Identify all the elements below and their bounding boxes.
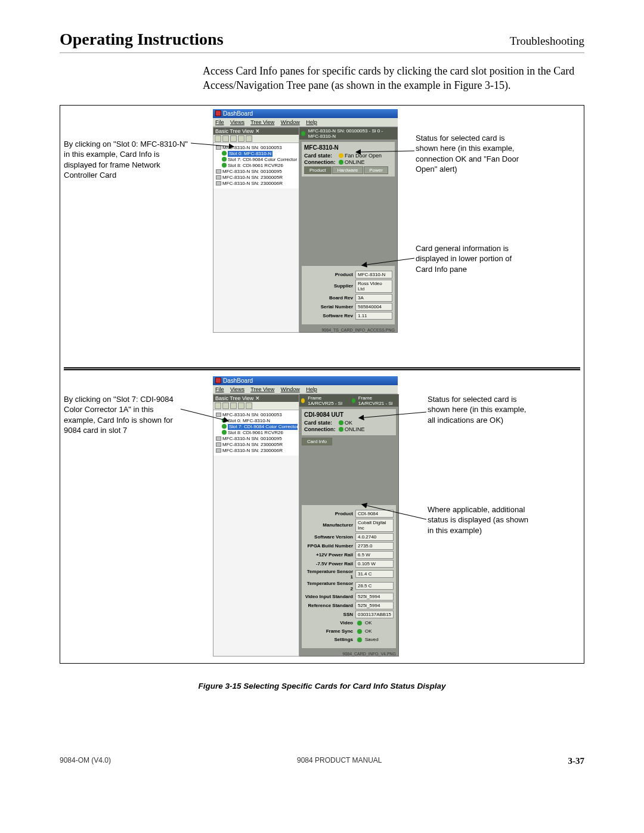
app-title: DashBoard xyxy=(223,110,253,117)
file-tag: 9084_TS_CARD_INFO_ACCESS.PNG xyxy=(299,327,397,332)
toolbar-button[interactable] xyxy=(246,135,252,142)
prop-row: Frame SyncOK xyxy=(304,628,394,635)
toolbar-button[interactable] xyxy=(238,402,244,409)
callout-top-status: Status for selected card is shown here (… xyxy=(416,133,529,175)
prop-value: 4.0.2740 xyxy=(355,533,394,541)
value-connection: ONLINE xyxy=(345,426,365,432)
status-row: Card state:OK xyxy=(304,420,394,426)
label-connection: Connection: xyxy=(304,159,339,165)
tree-node[interactable]: MFC-8310-N SN: 2300006R xyxy=(215,448,298,454)
prop-value: OK xyxy=(355,620,394,627)
app-title: DashBoard xyxy=(223,377,253,384)
menu-bar[interactable]: File Views Tree View Window Help xyxy=(213,118,398,127)
status-dot-icon xyxy=(222,163,227,168)
tree-label: MFC-8310-N SN: 2300005R xyxy=(222,175,283,180)
prop-row: SupplierRoss Video Ltd xyxy=(304,280,392,293)
menu-file[interactable]: File xyxy=(215,119,224,125)
status-title: CDI-9084 UUT xyxy=(304,411,394,418)
bottom-panel: By clicking on "Slot 7: CDI-9084 Color C… xyxy=(64,376,580,659)
toolbar-button[interactable] xyxy=(246,402,252,409)
prop-value: 585840004 xyxy=(355,303,392,311)
tab-label: Frame 1A/RCVR21 - Sl xyxy=(358,395,397,406)
frame-icon xyxy=(216,181,221,185)
tree-node[interactable]: MFC-8310-N SN: 2300005R xyxy=(215,175,298,181)
toolbar-button[interactable] xyxy=(215,135,221,142)
toolbar-button[interactable] xyxy=(230,135,237,142)
tab-power[interactable]: Power xyxy=(364,166,388,174)
tree-node[interactable]: MFC-8310-N SN: 2300006R xyxy=(215,181,298,187)
tree-node[interactable]: MFC-8310-N SN: 00100053 xyxy=(215,412,298,418)
info-pane: MFC-8310-N SN: 00100053 - Sl 0 - MFC-831… xyxy=(299,127,398,333)
menu-help[interactable]: Help xyxy=(306,386,317,392)
menu-views[interactable]: Views xyxy=(230,386,244,392)
tree-node[interactable]: Slot 7: CDI-9084 Color Corrector 1A xyxy=(215,157,298,163)
status-box: CDI-9084 UUT Card state:OK Connection:ON… xyxy=(302,409,396,435)
prop-row: VideoOK xyxy=(304,620,394,627)
tab-hardware[interactable]: Hardware xyxy=(332,166,364,174)
title-bar[interactable]: DashBoard xyxy=(213,109,398,118)
prop-label: Serial Number xyxy=(304,304,355,309)
properties-area: ProductCDI-9084ManufacturerCobalt Digita… xyxy=(302,505,396,648)
prop-row: SettingsSaved xyxy=(304,636,394,643)
prop-label: Temperature Sensor 2 xyxy=(304,581,355,592)
tab-product[interactable]: Product xyxy=(304,166,332,174)
status-dot-icon xyxy=(222,424,227,429)
tree-header: Basic Tree View ✕ xyxy=(213,395,299,402)
prop-label: SSN xyxy=(304,612,355,617)
frame-icon xyxy=(216,436,221,441)
tree-label: MFC-8310-N SN: 00100053 xyxy=(222,412,282,417)
toolbar-button[interactable] xyxy=(230,402,237,409)
tree-label: Slot 0: MFC-8310-N xyxy=(228,151,273,157)
footer-center: 9084 PRODUCT MANUAL xyxy=(297,756,382,766)
menu-window[interactable]: Window xyxy=(281,119,300,125)
value-card-state: Fan Door Open xyxy=(345,153,382,159)
menu-views[interactable]: Views xyxy=(230,119,244,125)
toolbar-button[interactable] xyxy=(238,135,244,142)
tree-label: MFC-8310-N SN: 00100095 xyxy=(222,436,282,441)
tab-card-info[interactable]: Card Info xyxy=(302,438,332,445)
tree-node-selected[interactable]: Slot 0: MFC-8310-N xyxy=(215,151,298,157)
menu-help[interactable]: Help xyxy=(306,119,317,125)
prop-row: ManufacturerCobalt Digital Inc xyxy=(304,519,394,532)
menu-treeview[interactable]: Tree View xyxy=(250,386,274,392)
prop-row: ProductMFC-8310-N xyxy=(304,271,392,278)
tab-strip[interactable]: Frame 1A/RCVR25 - Sl Frame 1A/RCVR21 - S… xyxy=(299,395,398,407)
frame-icon xyxy=(216,448,221,453)
tree-label: MFC-8310-N SN: 2300006R xyxy=(222,181,283,186)
tree-node[interactable]: MFC-8310-N SN: 00100095 xyxy=(215,169,298,175)
menu-file[interactable]: File xyxy=(215,386,224,392)
toolbar-button[interactable] xyxy=(222,135,229,142)
tree-node[interactable]: MFC-8310-N SN: 00100095 xyxy=(215,436,298,442)
value-card-state: OK xyxy=(345,420,352,426)
menu-window[interactable]: Window xyxy=(281,386,300,392)
status-row: Connection:ONLINE xyxy=(304,426,394,432)
toolbar-button[interactable] xyxy=(222,402,229,409)
frame-icon xyxy=(216,175,221,179)
callout-top-left: By clicking on "Slot 0: MFC-8310-N" in t… xyxy=(64,139,189,181)
menu-treeview[interactable]: Tree View xyxy=(250,119,274,125)
tree-node[interactable]: MFC-8310-N SN: 00100053 xyxy=(215,145,298,151)
intro-text: Access Card Info panes for specific card… xyxy=(203,64,584,93)
status-dot-icon xyxy=(357,637,362,642)
prop-label: Product xyxy=(304,272,355,277)
prop-value: CDI-9084 xyxy=(355,510,394,518)
tree-node[interactable]: MFC-8310-N SN: 2300005R xyxy=(215,442,298,448)
prop-label: Product xyxy=(304,511,355,516)
toolbar[interactable] xyxy=(213,135,299,143)
tree-label: Slot 7: CDI-9084 Color Corrector 1A xyxy=(228,157,298,162)
status-dot-icon xyxy=(339,420,343,425)
tree-node[interactable]: Slot 8: CDI-9061 RCVR26 xyxy=(215,163,298,169)
tree-node[interactable]: Slot 0: MFC-8310-N xyxy=(215,418,298,424)
tree-label: MFC-8310-N SN: 00100095 xyxy=(222,169,282,174)
menu-bar[interactable]: File Views Tree View Window Help xyxy=(213,385,398,394)
tree-label: MFC-8310-N SN: 2300005R xyxy=(222,442,283,447)
prop-value: 31.4 C xyxy=(355,570,394,578)
tree-node[interactable]: Slot 8: CDI-9061 RCVR26 xyxy=(215,430,298,436)
status-dot-icon xyxy=(339,153,343,158)
tree-node-selected[interactable]: Slot 7: CDI-9084 Color Corrector 1A xyxy=(215,424,298,430)
tab-label: MFC-8310-N SN: 00100053 - Sl 0 - MFC-831… xyxy=(308,128,395,139)
toolbar-button[interactable] xyxy=(215,402,221,409)
toolbar[interactable] xyxy=(213,402,299,410)
title-bar[interactable]: DashBoard xyxy=(213,376,398,385)
tab-strip[interactable]: MFC-8310-N SN: 00100053 - Sl 0 - MFC-831… xyxy=(299,128,397,140)
